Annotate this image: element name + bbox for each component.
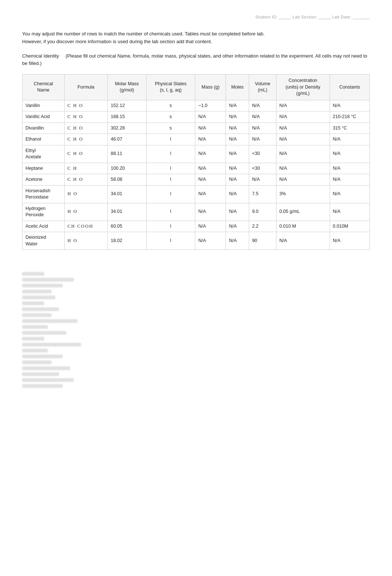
- cell-constants: N/A: [330, 100, 369, 111]
- cell-mass: N/A: [195, 174, 226, 186]
- table-row: VanillinC H O152.12s~1.0N/AN/AN/AN/A: [23, 100, 370, 111]
- table-row: Acetic AcidCH COOH60.05lN/AN/A2.20.010 M…: [23, 221, 370, 232]
- table-row: HydrogenPeroxideH O34.01lN/AN/A9.00.05 g…: [23, 203, 370, 221]
- cell-concentration: 3%: [276, 185, 330, 203]
- cell-volume: N/A: [249, 111, 276, 123]
- intro-line1: You may adjust the number of rows to mat…: [22, 31, 265, 37]
- cell-chemical-name: Acetone: [23, 174, 65, 186]
- cell-physical-state: l: [146, 185, 195, 203]
- col-header-concentration: Concentration(units) or Density(g/mL): [276, 75, 330, 100]
- cell-physical-state: s: [146, 123, 195, 134]
- cell-concentration: N/A: [276, 232, 330, 250]
- cell-molar-mass: 34.01: [107, 185, 146, 203]
- cell-molar-mass: 46.07: [107, 134, 146, 145]
- cell-volume: N/A: [249, 174, 276, 186]
- cell-physical-state: l: [146, 134, 195, 145]
- cell-moles: N/A: [226, 203, 249, 221]
- cell-formula: H O: [64, 185, 107, 203]
- blurred-line: [22, 290, 52, 293]
- cell-moles: N/A: [226, 145, 249, 163]
- cell-formula: CH COOH: [64, 221, 107, 232]
- cell-constants: N/A: [330, 185, 369, 203]
- cell-mass: N/A: [195, 111, 226, 123]
- table-row: HorseradishPeroxidaseH O34.01lN/AN/A7.53…: [23, 185, 370, 203]
- cell-molar-mass: 18.02: [107, 232, 146, 250]
- cell-mass: N/A: [195, 123, 226, 134]
- blurred-line: [22, 307, 59, 311]
- cell-concentration: N/A: [276, 145, 330, 163]
- blurred-line: [22, 272, 44, 276]
- section-label: Chemical Identity (Please fill out chemi…: [22, 52, 370, 68]
- cell-mass: N/A: [195, 203, 226, 221]
- cell-volume: 2.2: [249, 221, 276, 232]
- cell-mass: N/A: [195, 185, 226, 203]
- cell-formula: C H O: [64, 145, 107, 163]
- cell-volume: 7.5: [249, 185, 276, 203]
- col-header-moles: Moles: [226, 75, 249, 100]
- cell-molar-mass: 152.12: [107, 100, 146, 111]
- cell-chemical-name: Vanillic Acid: [23, 111, 65, 123]
- cell-moles: N/A: [226, 134, 249, 145]
- table-row: DivanillinC H O302.28sN/AN/AN/AN/A315 °C: [23, 123, 370, 134]
- cell-constants: N/A: [330, 174, 369, 186]
- cell-formula: C H O: [64, 134, 107, 145]
- cell-mass: N/A: [195, 232, 226, 250]
- cell-molar-mass: 34.01: [107, 203, 146, 221]
- cell-physical-state: s: [146, 100, 195, 111]
- blurred-line: [22, 355, 63, 358]
- cell-moles: N/A: [226, 163, 249, 174]
- col-header-molar-mass: Molar Mass(g/mol): [107, 75, 146, 100]
- table-row: EthanolC H O46.07lN/AN/AN/AN/AN/A: [23, 134, 370, 145]
- blurred-section: [22, 272, 125, 388]
- cell-formula: C H O: [64, 123, 107, 134]
- cell-mass: N/A: [195, 134, 226, 145]
- cell-constants: 0.010M: [330, 221, 369, 232]
- col-header-formula: Formula: [64, 75, 107, 100]
- col-header-constants: Constants: [330, 75, 369, 100]
- cell-molar-mass: 168.15: [107, 111, 146, 123]
- cell-concentration: N/A: [276, 111, 330, 123]
- table-row: DeionizedWaterH O18.02lN/AN/A90N/AN/A: [23, 232, 370, 250]
- cell-constants: 210-218 °C: [330, 111, 369, 123]
- cell-volume: N/A: [249, 123, 276, 134]
- cell-chemical-name: Ethanol: [23, 134, 65, 145]
- cell-moles: N/A: [226, 221, 249, 232]
- cell-constants: N/A: [330, 163, 369, 174]
- cell-mass: N/A: [195, 221, 226, 232]
- cell-concentration: N/A: [276, 134, 330, 145]
- blurred-line: [22, 366, 70, 370]
- intro-paragraph: You may adjust the number of rows to mat…: [22, 30, 370, 46]
- table-row: Vanillic AcidC H O168.15sN/AN/AN/AN/A210…: [23, 111, 370, 123]
- cell-concentration: N/A: [276, 123, 330, 134]
- cell-physical-state: l: [146, 145, 195, 163]
- blurred-line: [22, 378, 74, 382]
- cell-volume: N/A: [249, 134, 276, 145]
- col-header-chemical-name: ChemicalName: [23, 75, 65, 100]
- blurred-line: [22, 278, 74, 282]
- cell-moles: N/A: [226, 174, 249, 186]
- cell-chemical-name: EthylAcetate: [23, 145, 65, 163]
- cell-formula: C H O: [64, 174, 107, 186]
- cell-chemical-name: HydrogenPeroxide: [23, 203, 65, 221]
- header-text: Student ID: _____ Lab Section: _____ Lab…: [255, 15, 370, 19]
- cell-molar-mass: 100.20: [107, 163, 146, 174]
- blurred-line: [22, 331, 66, 335]
- cell-physical-state: l: [146, 221, 195, 232]
- cell-physical-state: l: [146, 174, 195, 186]
- cell-constants: N/A: [330, 232, 369, 250]
- blurred-line: [22, 343, 81, 346]
- cell-moles: N/A: [226, 100, 249, 111]
- cell-chemical-name: HorseradishPeroxidase: [23, 185, 65, 203]
- blurred-line: [22, 384, 63, 388]
- cell-physical-state: s: [146, 111, 195, 123]
- cell-chemical-name: Divanillin: [23, 123, 65, 134]
- cell-concentration: 0.010 M: [276, 221, 330, 232]
- cell-moles: N/A: [226, 123, 249, 134]
- col-header-volume: Volume(mL): [249, 75, 276, 100]
- blurred-line: [22, 319, 78, 323]
- cell-formula: H O: [64, 232, 107, 250]
- cell-constants: N/A: [330, 145, 369, 163]
- cell-volume: 90: [249, 232, 276, 250]
- cell-constants: N/A: [330, 203, 369, 221]
- cell-volume: <30: [249, 145, 276, 163]
